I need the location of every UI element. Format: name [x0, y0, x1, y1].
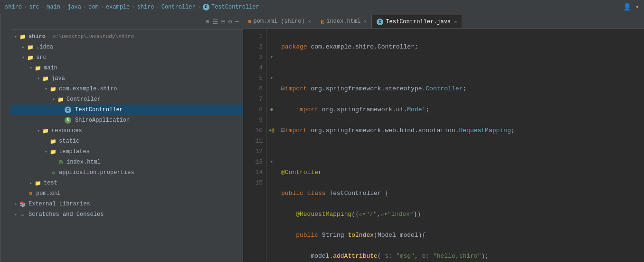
tree-item-java[interactable]: ▾ 📁 java [10, 73, 243, 84]
arrow-shiro: ▾ [12, 34, 19, 39]
add-icon[interactable]: ⊕ [205, 18, 209, 26]
label-test: test [44, 180, 57, 186]
tree-item-pomxml[interactable]: m pom.xml [10, 188, 243, 199]
collapse-icon[interactable]: ⊟ [221, 18, 225, 26]
arrow-tpl: ▾ [43, 149, 49, 155]
arrow-static [43, 139, 49, 144]
folder-icon-idea: 📁 [27, 44, 34, 50]
gutter-14 [268, 167, 275, 178]
tabs-bar: m pom.xml (shiro) ✕ ◧ index.html ✕ C Tes… [243, 14, 644, 29]
tree-item-scratches[interactable]: ▸ ✏ Scratches and Consoles [10, 209, 243, 220]
tree-item-static[interactable]: 📁 static [10, 136, 243, 146]
line-8: public class TestController { [281, 188, 639, 199]
tree-item-main[interactable]: ▾ 📁 main [10, 63, 243, 73]
line-5: ⊟import org.springframework.web.bind.ann… [281, 126, 639, 136]
code-content[interactable]: package com.example.shiro.Controller; ⊟i… [276, 29, 644, 262]
arrow-scr: ▸ [12, 212, 19, 217]
gutter-3[interactable]: ▾ [268, 52, 275, 63]
gutter-8: ● [268, 105, 275, 115]
tree-item-controllerdir[interactable]: ▾ 📁 Controller [10, 94, 243, 105]
tree-item-shiro[interactable]: ▾ 📁 shiro D:\Desktop\JavaStudy\shiro [10, 31, 243, 42]
tree-item-resources[interactable]: ▾ 📁 resources [10, 126, 243, 136]
tree-item-extlibs[interactable]: ▸ 📚 External Libraries [10, 199, 243, 209]
arrow-test: ▸ [28, 180, 34, 186]
arrow-src: ▾ [20, 55, 27, 60]
bc-sep-4: › [83, 4, 86, 10]
bc-sep-5: › [101, 4, 104, 10]
tree-item-templates[interactable]: ▾ 📁 templates [10, 146, 243, 157]
panel-label[interactable] [0, 14, 10, 262]
label-ext: External Libraries [28, 201, 90, 207]
locate-icon[interactable]: ☰ [212, 18, 218, 26]
tree-toolbar: ⊕ ☰ ⊟ ⚙ — [205, 18, 239, 26]
bc-item-com[interactable]: com [88, 4, 99, 10]
tab-label-pom: pom.xml (shiro) [254, 18, 305, 25]
line-9: @RequestMapping({☼▾"/",☼▾"index"}) [281, 209, 639, 220]
tab-close-pom[interactable]: ✕ [308, 19, 311, 24]
tree-item-comexampleshiro[interactable]: ▾ 📁 com.example.shiro [10, 84, 243, 94]
label-static: static [59, 138, 79, 145]
tree-item-appprops[interactable]: ⚙ application.properties [10, 167, 243, 178]
user-icon[interactable]: 👤 ▾ [623, 3, 639, 11]
bc-item-src[interactable]: src [29, 4, 39, 10]
tree-item-idea[interactable]: ▸ 📁 .idea [10, 42, 243, 52]
folder-icon-main: 📁 [34, 65, 42, 71]
bc-sep-8: › [198, 4, 201, 10]
file-tree-body: ▾ 📁 shiro D:\Desktop\JavaStudy\shiro ▸ 📁… [10, 29, 243, 262]
tab-label-index: index.html [326, 18, 360, 25]
breadcrumb-bar: shiro › src › main › java › com › exampl… [0, 0, 644, 14]
minimize-icon[interactable]: — [235, 18, 239, 26]
label-ih: index.html [66, 159, 101, 165]
arrow-tc [58, 107, 65, 113]
arrow-pkg: ▾ [43, 86, 49, 92]
gutter: ▾ ▾ ● ●@ ▾ [267, 29, 276, 262]
gutter-10: ●@ [268, 126, 275, 136]
tree-item-indexhtml[interactable]: 🖹 index.html [10, 157, 243, 167]
label-pkg: com.example.shiro [59, 86, 117, 92]
bc-sep-6: › [132, 4, 135, 10]
label-tpl: templates [59, 148, 90, 155]
file-icon-ext: 📚 [19, 201, 27, 207]
gutter-13[interactable]: ▾ [268, 157, 275, 167]
file-icon-tc: C [65, 107, 71, 113]
tree-item-shiroapp[interactable]: S ShiroApplication [10, 115, 243, 126]
bc-sep-7: › [156, 4, 160, 10]
tab-pom[interactable]: m pom.xml (shiro) ✕ [243, 15, 316, 28]
gutter-9 [268, 115, 275, 126]
gutter-5[interactable]: ▾ [268, 73, 275, 84]
label-tc: TestController [75, 107, 123, 113]
label-shiro: shiro D:\Desktop\JavaStudy\shiro [28, 33, 134, 40]
tree-item-src[interactable]: ▾ 📁 src [10, 52, 243, 63]
bc-item-example[interactable]: example [106, 4, 130, 10]
folder-icon-static: 📁 [49, 138, 57, 145]
gutter-12 [268, 146, 275, 157]
arrow-sa [58, 118, 65, 123]
tab-icon-ctrl: C [377, 19, 383, 25]
settings-icon[interactable]: ⚙ [228, 18, 232, 26]
tab-controller[interactable]: C TestController.java ✕ [372, 15, 462, 28]
tab-index[interactable]: ◧ index.html ✕ [316, 15, 372, 28]
folder-icon-ctrl: 📁 [57, 96, 65, 103]
label-controllerdir: Controller [66, 96, 101, 103]
bc-sep-3: › [62, 4, 66, 10]
tab-icon-index: ◧ [321, 19, 324, 25]
bc-item-shiro[interactable]: shiro [5, 4, 22, 10]
main-layout: ⊕ ☰ ⊟ ⚙ — ▾ 📁 shiro D:\Desktop\JavaStudy… [0, 14, 644, 262]
line-6 [281, 146, 639, 157]
tree-item-test[interactable]: ▸ 📁 test [10, 178, 243, 188]
tab-close-index[interactable]: ✕ [364, 19, 367, 24]
tab-icon-pom: m [248, 19, 251, 24]
code-area: 12345 678910 1112131415 ▾ ▾ ● ●@ ▾ [243, 29, 644, 262]
tree-item-testcontroller[interactable]: C TestController [10, 105, 243, 115]
bc-item-main[interactable]: main [47, 4, 60, 10]
bc-item-java[interactable]: java [67, 4, 81, 10]
label-ap: application.properties [59, 169, 134, 176]
bc-item-shiro2[interactable]: shiro [137, 4, 154, 10]
tab-close-ctrl[interactable]: ✕ [454, 19, 457, 25]
arrow-ctrl: ▾ [50, 97, 57, 102]
bc-item-controller[interactable]: Controller [161, 4, 196, 10]
folder-icon-tpl: 📁 [49, 148, 57, 155]
gutter-11 [268, 136, 275, 146]
tab-label-ctrl: TestController.java [386, 19, 451, 25]
folder-icon-test: 📁 [34, 180, 42, 186]
